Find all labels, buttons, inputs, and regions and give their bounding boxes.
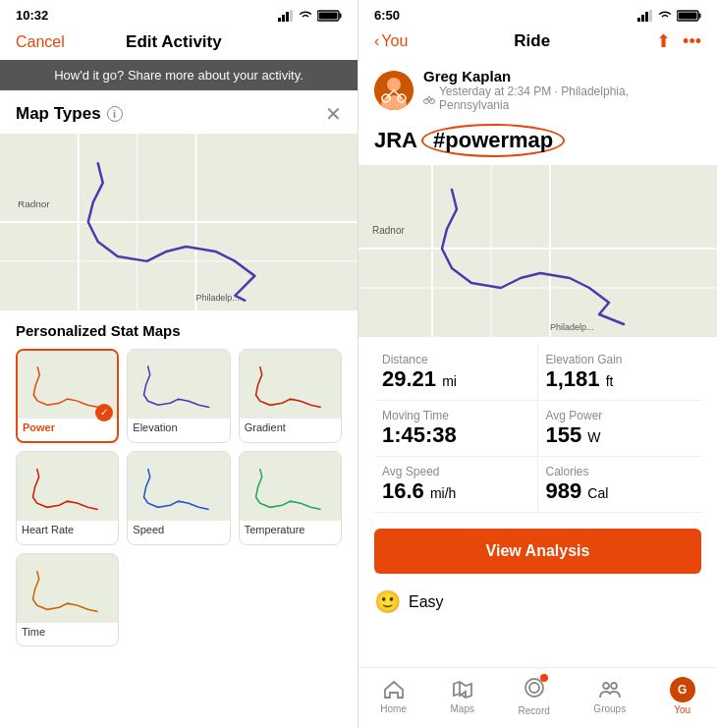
stat-calories-unit: Cal	[587, 485, 608, 501]
stat-tile-temperature-label: Temperature	[240, 521, 341, 538]
stat-moving-time-value: 1:45:38	[382, 422, 529, 448]
selected-check-icon: ✓	[95, 404, 113, 421]
back-chevron-icon: ‹	[374, 32, 379, 50]
svg-point-37	[603, 683, 609, 689]
stat-distance-unit: mi	[442, 373, 457, 389]
status-bar-right: 6:50	[358, 0, 717, 27]
svg-point-22	[387, 78, 401, 91]
stat-grid: Power ✓ Elevation Gradient	[16, 349, 342, 646]
bike-icon	[423, 92, 435, 104]
stat-avg-power: Avg Power 155 W	[538, 401, 702, 457]
maps-icon	[451, 678, 474, 701]
ride-title: Ride	[514, 31, 550, 51]
stat-tile-time-label: Time	[17, 623, 118, 641]
nav-item-maps[interactable]: Maps	[451, 678, 474, 714]
status-time-left: 10:32	[16, 8, 48, 23]
more-icon[interactable]: •••	[683, 31, 701, 52]
battery-icon-right	[677, 10, 701, 22]
user-meta-text: Yesterday at 2:34 PM · Philadelphia, Pen…	[439, 84, 701, 112]
map-types-title: Map Types	[16, 104, 101, 124]
stat-tile-elevation-label: Elevation	[128, 419, 229, 436]
stat-tile-heart-rate[interactable]: Heart Rate	[16, 451, 119, 545]
nav-label-home: Home	[380, 703, 407, 714]
share-icon[interactable]: ⬆	[656, 30, 671, 52]
cancel-button[interactable]: Cancel	[16, 33, 65, 51]
svg-text:Radnor: Radnor	[18, 198, 50, 209]
groups-icon	[598, 678, 622, 701]
stat-tile-gradient-label: Gradient	[240, 419, 341, 436]
nav-label-groups: Groups	[593, 703, 626, 714]
stat-calories-number: 989	[546, 478, 582, 503]
map-preview-right: Radnor Philadelp...	[358, 165, 717, 337]
stat-distance-value: 29.21 mi	[382, 366, 529, 392]
stat-moving-time-label: Moving Time	[382, 409, 529, 422]
user-info: Greg Kaplan Yesterday at 2:34 PM · Phila…	[358, 60, 717, 120]
stat-tile-gradient[interactable]: Gradient	[239, 349, 342, 443]
svg-rect-19	[699, 13, 701, 18]
user-meta: Yesterday at 2:34 PM · Philadelphia, Pen…	[423, 84, 701, 112]
user-name: Greg Kaplan	[423, 68, 701, 84]
right-panel: 6:50 ‹ You Ride	[358, 0, 717, 728]
battery-icon	[317, 10, 342, 22]
wifi-icon-right	[657, 10, 673, 22]
svg-rect-17	[649, 10, 652, 22]
stat-distance-number: 29.21	[382, 366, 436, 391]
stat-elevation-gain-label: Elevation Gain	[546, 353, 694, 366]
avatar	[374, 71, 414, 110]
stat-avg-speed: Avg Speed 16.6 mi/h	[374, 457, 538, 513]
stat-avg-speed-value: 16.6 mi/h	[382, 478, 529, 504]
map-types-header: Map Types i ✕	[0, 90, 358, 134]
nav-item-home[interactable]: Home	[380, 678, 407, 714]
stat-tile-heart-rate-label: Heart Rate	[17, 521, 118, 538]
map-preview-large: Radnor Philadelp...	[0, 134, 358, 310]
view-analysis-button[interactable]: View Analysis	[374, 529, 701, 574]
stat-tile-power[interactable]: Power ✓	[16, 349, 119, 443]
stat-tile-speed[interactable]: Speed	[127, 451, 230, 545]
wifi-icon	[298, 10, 313, 22]
svg-rect-0	[278, 18, 281, 22]
stat-avg-power-unit: W	[587, 429, 600, 445]
record-notification-dot	[540, 674, 548, 682]
svg-text:Radnor: Radnor	[372, 225, 405, 236]
nav-icons-right: ⬆ •••	[656, 30, 701, 52]
svg-point-38	[611, 683, 617, 689]
stat-elevation-gain-unit: ft	[606, 373, 614, 389]
edit-activity-title: Edit Activity	[126, 32, 222, 52]
stat-tile-elevation[interactable]: Elevation	[127, 349, 230, 443]
status-bar-left: 10:32	[0, 0, 358, 27]
status-icons-right	[637, 10, 701, 22]
svg-rect-5	[340, 13, 342, 18]
personalized-title: Personalized Stat Maps	[16, 322, 342, 339]
nav-label-you: You	[674, 704, 690, 715]
svg-rect-2	[286, 12, 289, 22]
stat-tile-temperature[interactable]: Temperature	[239, 451, 342, 545]
nav-item-record[interactable]: Record	[519, 676, 550, 716]
stat-avg-power-label: Avg Power	[546, 409, 694, 422]
nav-item-groups[interactable]: Groups	[593, 678, 626, 714]
signal-icon-right	[637, 10, 653, 22]
close-icon[interactable]: ✕	[325, 102, 342, 126]
back-label: You	[381, 32, 408, 50]
svg-rect-16	[645, 12, 648, 22]
back-button[interactable]: ‹ You	[374, 32, 408, 50]
effort-label: Easy	[409, 593, 444, 611]
info-icon[interactable]: i	[107, 106, 123, 122]
stat-avg-speed-unit: mi/h	[430, 485, 456, 501]
svg-rect-15	[641, 15, 644, 22]
nav-item-you[interactable]: G You	[670, 677, 695, 715]
map-types-title-container: Map Types i	[16, 104, 123, 124]
user-details: Greg Kaplan Yesterday at 2:34 PM · Phila…	[423, 68, 701, 112]
activity-banner: How'd it go? Share more about your activ…	[0, 60, 358, 90]
svg-rect-1	[282, 15, 285, 22]
stat-avg-power-number: 155	[546, 422, 582, 447]
nav-bar-left: Cancel Edit Activity	[0, 27, 358, 60]
stat-calories-value: 989 Cal	[546, 478, 694, 504]
activity-hashtag: #powermap	[421, 124, 565, 157]
nav-label-maps: Maps	[451, 703, 474, 714]
map-svg-right: Radnor Philadelp...	[358, 165, 717, 337]
map-svg-large: Radnor Philadelp...	[0, 134, 358, 310]
stat-distance: Distance 29.21 mi	[374, 345, 538, 401]
stat-tile-time[interactable]: Time	[16, 553, 119, 647]
personalized-section: Personalized Stat Maps Power ✓	[0, 310, 358, 654]
activity-title-section: JRA #powermap	[358, 120, 717, 165]
